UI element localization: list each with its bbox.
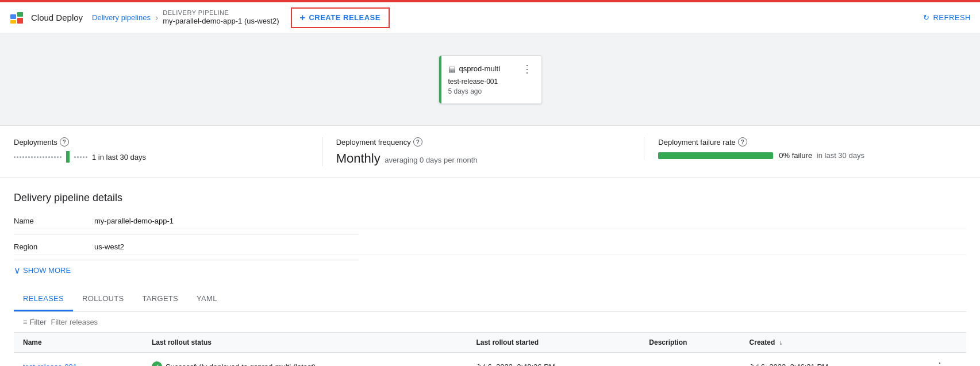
breadcrumb-separator: › (155, 13, 158, 23)
logo-text: Cloud Deploy (31, 13, 83, 22)
node-title-area: ▤ qsprod-multi (448, 64, 501, 74)
delivery-pipelines-link[interactable]: Delivery pipelines (92, 13, 151, 22)
chart-dots (14, 156, 62, 158)
failure-bar-area: 0% failure in last 30 days (658, 151, 952, 160)
breadcrumb-current: DELIVERY PIPELINE my-parallel-demo-app-1… (163, 9, 279, 26)
chevron-down-icon: ∨ (14, 265, 21, 276)
check-icon (152, 361, 162, 366)
cell-status: Successfully deployed to qsprod-multi (l… (143, 353, 467, 367)
detail-key-name: Name (14, 217, 94, 225)
cell-description (640, 353, 740, 367)
svg-rect-0 (10, 14, 16, 19)
table-body: test-release-001 Successfully deployed t… (14, 353, 966, 367)
section-title: Delivery pipeline details (14, 192, 966, 204)
col-actions (913, 333, 966, 353)
sort-arrow-icon: ↓ (779, 338, 783, 346)
filter-icon: ≡ (23, 318, 28, 326)
failure-help-icon[interactable]: ? (738, 137, 747, 147)
filter-icon-area: ≡ Filter (23, 318, 46, 326)
create-release-button[interactable]: + CREATE RELEASE (291, 7, 390, 28)
col-status: Last rollout status (143, 333, 467, 353)
tab-rollouts[interactable]: ROLLOUTS (73, 287, 133, 311)
refresh-button[interactable]: ↻ REFRESH (923, 13, 971, 22)
tab-yaml[interactable]: YAML (187, 287, 226, 311)
logo-icon (9, 10, 25, 26)
plus-icon: + (300, 13, 306, 23)
frequency-help-icon[interactable]: ? (413, 137, 422, 147)
svg-rect-1 (17, 12, 23, 17)
frequency-stat: Deployment frequency ? Monthly averaging… (322, 137, 644, 166)
table-header: Name Last rollout status Last rollout st… (14, 333, 966, 353)
node-menu-button[interactable]: ⋮ (522, 64, 532, 74)
create-release-label: CREATE RELEASE (309, 13, 381, 22)
details-section: Delivery pipeline details Name my-parall… (0, 178, 980, 366)
detail-row-region: Region us-west2 (14, 239, 966, 255)
pipeline-area: ▤ qsprod-multi ⋮ test-release-001 5 days… (0, 33, 980, 125)
failure-label: Deployment failure rate ? (658, 137, 952, 147)
filter-label: Filter (30, 318, 47, 326)
refresh-icon: ↻ (923, 13, 930, 22)
node-title: qsprod-multi (459, 64, 501, 73)
breadcrumb-current-label: DELIVERY PIPELINE (163, 9, 279, 17)
breadcrumb-current-value: my-parallel-demo-app-1 (us-west2) (163, 17, 279, 26)
logo-area: Cloud Deploy (9, 10, 83, 26)
failure-value: 0% failure in last 30 days (779, 151, 864, 160)
stats-section: Deployments ? 1 in last 30 days Deployme… (0, 125, 980, 178)
releases-table: Name Last rollout status Last rollout st… (14, 333, 966, 366)
node-release: test-release-001 (448, 78, 532, 86)
cell-menu: ⋮ (913, 353, 966, 367)
breadcrumb: Delivery pipelines › DELIVERY PIPELINE m… (92, 9, 279, 26)
row-menu-button[interactable]: ⋮ (923, 360, 957, 366)
svg-rect-3 (17, 18, 23, 24)
tab-releases[interactable]: RELEASES (14, 287, 73, 311)
table-header-row: Name Last rollout status Last rollout st… (14, 333, 966, 353)
col-name: Name (14, 333, 143, 353)
svg-rect-2 (10, 20, 16, 24)
show-more-button[interactable]: ∨ SHOW MORE (14, 265, 966, 276)
filter-input[interactable] (51, 318, 166, 326)
pipeline-node: ▤ qsprod-multi ⋮ test-release-001 5 days… (439, 55, 542, 104)
chart-bar (66, 151, 70, 163)
cell-started: Jul 6, 2023, 3:48:26 PM (467, 353, 640, 367)
node-header: ▤ qsprod-multi ⋮ (448, 64, 532, 74)
status-text: Successfully deployed to qsprod-multi (l… (166, 363, 316, 367)
frequency-value: Monthly (336, 151, 381, 165)
node-type-icon: ▤ (448, 64, 456, 74)
failure-bar-track (658, 152, 773, 159)
node-time: 5 days ago (448, 87, 532, 95)
cell-created: Jul 6, 2023, 3:46:31 PM (740, 353, 913, 367)
node-status-bar (439, 56, 441, 103)
filter-bar: ≡ Filter (14, 312, 966, 333)
col-started: Last rollout started (467, 333, 640, 353)
deployments-label: Deployments ? (14, 137, 308, 147)
detail-val-region: us-west2 (94, 242, 966, 251)
failure-stat: Deployment failure rate ? 0% failure in … (644, 137, 966, 160)
top-bar: Cloud Deploy Delivery pipelines › DELIVE… (0, 0, 980, 33)
detail-row-name: Name my-parallel-demo-app-1 (14, 213, 966, 229)
frequency-value-area: Monthly averaging 0 days per month (336, 151, 631, 166)
tab-targets[interactable]: TARGETS (133, 287, 188, 311)
table-row: test-release-001 Successfully deployed t… (14, 353, 966, 367)
tabs-bar: RELEASES ROLLOUTS TARGETS YAML (14, 287, 966, 312)
col-description: Description (640, 333, 740, 353)
deployments-chart: 1 in last 30 days (14, 151, 308, 163)
deployments-stat: Deployments ? 1 in last 30 days (14, 137, 322, 163)
col-created[interactable]: Created ↓ (740, 333, 913, 353)
detail-val-name: my-parallel-demo-app-1 (94, 217, 966, 225)
frequency-sub: averaging 0 days per month (385, 156, 477, 164)
frequency-label: Deployment frequency ? (336, 137, 631, 147)
status-success: Successfully deployed to qsprod-multi (l… (152, 361, 458, 366)
deployments-value: 1 in last 30 days (92, 153, 146, 161)
release-link[interactable]: test-release-001 (23, 363, 77, 367)
chart-dots-2 (74, 156, 87, 158)
refresh-label: REFRESH (933, 13, 971, 22)
deployments-help-icon[interactable]: ? (60, 137, 69, 147)
detail-key-region: Region (14, 242, 94, 251)
cell-name: test-release-001 (14, 353, 143, 367)
